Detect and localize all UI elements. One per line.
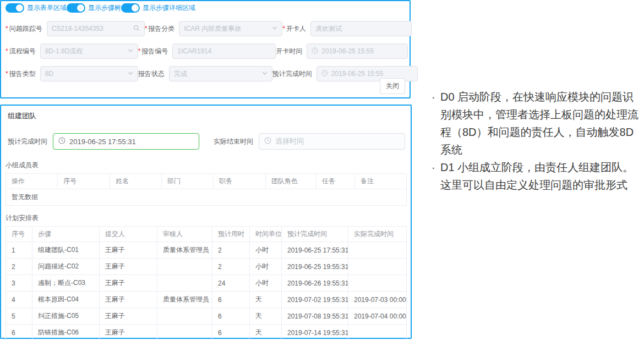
cell xyxy=(157,259,212,275)
column-header: 步骤 xyxy=(32,227,100,242)
member-table-empty-row: 暂无数据 xyxy=(6,189,407,206)
column-header: 预计用时 xyxy=(212,227,250,242)
report-no-input[interactable]: 1ICAR1914 xyxy=(172,43,276,59)
form-row-3: 报告类型 8D 报告状态 完成 预计完成时间 xyxy=(1,66,410,81)
column-header: 姓名 xyxy=(110,174,162,189)
bullet-icon: · xyxy=(432,158,440,194)
column-header: 任务 xyxy=(316,174,355,189)
cell: 天 xyxy=(250,292,282,308)
cell xyxy=(348,242,407,259)
form-row-1: 问题跟踪号 CS218-14354353 报告分类 ICAR 内部质量事故 xyxy=(1,21,410,36)
column-header: 实际完成时间 xyxy=(348,227,407,242)
column-header: 部门 xyxy=(162,174,214,189)
cell xyxy=(157,308,212,325)
toggle-label: 显示步骤详细区域 xyxy=(143,3,195,13)
field-report-no: 报告编号 1ICAR1914 xyxy=(138,43,276,59)
flow-no-select[interactable]: 8D-1:8D流程 xyxy=(40,43,138,59)
cell: 天 xyxy=(250,308,282,325)
cell xyxy=(157,275,212,292)
empty-placeholder: 暂无数据 xyxy=(6,189,407,206)
chevron-down-icon xyxy=(272,25,277,32)
cell: 6 xyxy=(212,325,250,340)
actual-finish-label: 实际结束时间 xyxy=(214,137,253,146)
clock-icon xyxy=(312,47,318,56)
cell: 王麻子 xyxy=(100,325,157,340)
note-text: D1 小组成立阶段，由责任人组建团队。这里可以自由定义处理问题的审批形式 xyxy=(440,158,640,194)
report-type-select[interactable]: 8D xyxy=(40,66,138,81)
step-date-row: 预计完成时间 2019-06-25 17:55:31 实际结束时间 选择时间 xyxy=(8,133,406,150)
switch-on-icon[interactable] xyxy=(67,3,85,13)
cell: 2019-06-26 19:55:31 xyxy=(282,275,348,292)
chevron-down-icon xyxy=(128,47,133,55)
step-detail-panel: 组建团队 预计完成时间 2019-06-25 17:55:31 实际结束时间 选… xyxy=(0,105,412,339)
field-report-type: 报告类型 8D xyxy=(6,66,138,81)
cell xyxy=(348,275,407,292)
column-header: 操作 xyxy=(6,174,58,189)
field-report-status: 报告状态 完成 xyxy=(138,66,272,81)
toggle-show-step-tree[interactable]: 显示步骤树 xyxy=(67,3,121,13)
note-d0: · D0 启动阶段，在快速响应模块的问题识别模块中，管理者选择上板问题的处理流程… xyxy=(432,88,640,158)
field-problem-tracking-no: 问题跟踪号 CS218-14354353 xyxy=(6,21,145,36)
cell xyxy=(348,259,407,275)
form-panel: 显示表单区域 显示步骤树 显示步骤详细区域 问题跟踪号 CS218-143543… xyxy=(0,0,411,98)
switch-on-icon[interactable] xyxy=(121,3,140,13)
switch-on-icon[interactable] xyxy=(6,3,24,13)
cell: 2 xyxy=(212,259,250,275)
cell: 2 xyxy=(6,259,32,275)
field-label: 报告编号 xyxy=(138,47,173,56)
field-card-opener: 开卡人 虎欢测试 xyxy=(282,21,412,36)
cell: 小时 xyxy=(250,275,282,292)
field-label: 开卡时间 xyxy=(276,47,307,56)
cell: 4 xyxy=(6,292,32,308)
clock-icon xyxy=(321,70,328,78)
cell: 王麻子 xyxy=(100,275,157,292)
report-status-select[interactable]: 完成 xyxy=(169,66,272,81)
cell: 6 xyxy=(212,308,250,325)
plan-table-title: 计划安排表 xyxy=(6,213,406,223)
cell: 根本原因-C04 xyxy=(32,292,100,308)
toggle-show-step-detail-area[interactable]: 显示步骤详细区域 xyxy=(121,3,195,13)
cell: 质量体系管理员 xyxy=(157,292,212,308)
column-header: 团队角色 xyxy=(266,174,316,189)
column-header: 备注 xyxy=(355,174,407,189)
note-text: D0 启动阶段，在快速响应模块的问题识别模块中，管理者选择上板问题的处理流程（8… xyxy=(440,88,640,158)
cell: 王麻子 xyxy=(100,292,157,308)
toggle-bar: 显示表单区域 显示步骤树 显示步骤详细区域 xyxy=(1,1,410,14)
cell: 2019-07-14 19:55:31 xyxy=(282,325,348,340)
problem-tracking-input[interactable]: CS218-14354353 xyxy=(47,21,145,36)
search-icon xyxy=(133,25,140,33)
open-time-input[interactable]: 2019-06-25 15:55 xyxy=(307,43,408,59)
toggle-show-form-area[interactable]: 显示表单区域 xyxy=(6,3,67,13)
field-label: 开卡人 xyxy=(282,24,310,34)
cell: 王麻子 xyxy=(100,242,157,259)
field-open-time: 开卡时间 2019-06-25 15:55 xyxy=(276,43,408,59)
table-row: 6 防错措施-C06 王麻子 6 天 2019-07-14 19:55:31 xyxy=(6,325,407,340)
column-header: 提交人 xyxy=(100,227,157,242)
column-header: 序号 xyxy=(58,174,110,189)
member-table-title: 小组成员表 xyxy=(6,161,406,170)
field-label: 报告类型 xyxy=(6,69,40,79)
expected-finish-date-input[interactable]: 2019-06-25 17:55:31 xyxy=(53,133,199,150)
cell: 防错措施-C06 xyxy=(32,325,100,340)
actual-finish-date-input[interactable]: 选择时间 xyxy=(259,133,405,150)
close-button[interactable]: 关闭 xyxy=(380,78,405,94)
cell: 纠正措施-C05 xyxy=(32,308,100,325)
clock-icon xyxy=(264,137,275,146)
cell: 组建团队-C01 xyxy=(32,242,100,259)
cell: 1 xyxy=(6,242,32,259)
cell: 2019-07-04 00:00:00 xyxy=(348,308,407,325)
clock-icon xyxy=(58,137,69,146)
page: 显示表单区域 显示步骤树 显示步骤详细区域 问题跟踪号 CS218-143543… xyxy=(0,0,644,340)
notes-panel: · D0 启动阶段，在快速响应模块的问题识别模块中，管理者选择上板问题的处理流程… xyxy=(432,88,640,194)
bullet-icon: · xyxy=(432,88,440,158)
card-opener-input[interactable]: 虎欢测试 xyxy=(310,21,412,36)
table-row: 4 根本原因-C04 王麻子 质量体系管理员 6 天 2019-07-02 19… xyxy=(6,292,407,308)
member-table-header-row: 操作 序号 姓名 部门 职务 团队角色 任务 备注 xyxy=(6,174,407,189)
field-label: 问题跟踪号 xyxy=(6,24,47,34)
column-header: 时间单位 xyxy=(250,227,282,242)
cell: 2019-06-25 19:55:31 xyxy=(282,259,348,275)
cell: 遏制；断点-C03 xyxy=(32,275,100,292)
report-category-select[interactable]: ICAR 内部质量事故 xyxy=(179,21,282,36)
field-label: 报告分类 xyxy=(145,24,179,34)
cell: 2019-07-03 00:00:00 xyxy=(348,292,407,308)
